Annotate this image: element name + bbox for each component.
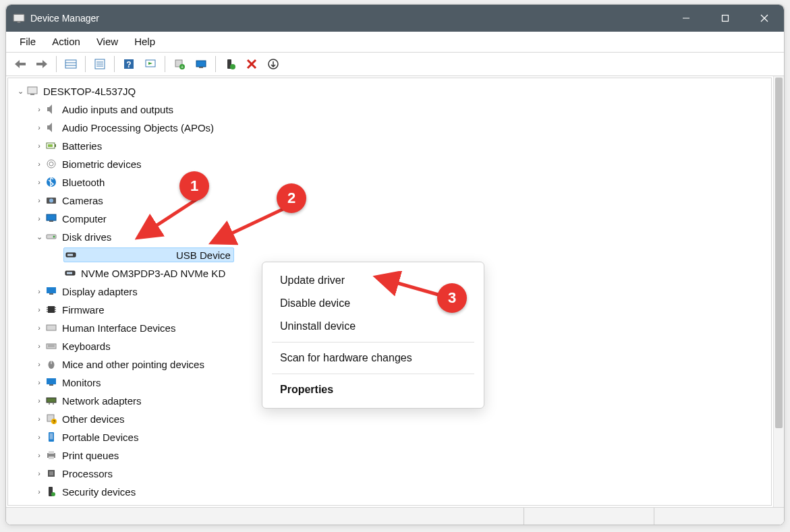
action-button[interactable] (140, 55, 161, 73)
expand-icon[interactable]: › (34, 433, 45, 441)
svg-rect-72 (49, 451, 54, 454)
context-scan-hardware[interactable]: Scan for hardware changes (262, 347, 484, 370)
svg-rect-29 (30, 94, 34, 95)
status-cell (524, 508, 654, 525)
tree-item-disk-drives[interactable]: ⌄ Disk drives (12, 228, 768, 246)
tree-item-label: Network adapters (62, 395, 142, 407)
svg-rect-63 (47, 398, 56, 403)
menu-help[interactable]: Help (126, 33, 163, 50)
help-button[interactable]: ? (119, 55, 139, 73)
svg-rect-6 (19, 63, 26, 65)
tree-item[interactable]: › Audio inputs and outputs (12, 100, 768, 119)
tree-item-label: USB Device (176, 249, 231, 261)
expand-icon[interactable]: › (34, 214, 45, 223)
warning-icon: ? (45, 412, 58, 425)
tree-item-label: Human Interface Devices (62, 322, 175, 334)
expand-icon[interactable]: › (34, 487, 45, 496)
maximize-button[interactable] (706, 5, 745, 32)
svg-rect-45 (67, 272, 72, 274)
collapse-icon[interactable]: ⌄ (34, 233, 45, 241)
tree-item[interactable]: › Computer (12, 210, 768, 228)
tree-item[interactable]: › ? Other devices (12, 410, 768, 428)
update-driver-button[interactable]: + (169, 55, 190, 73)
svg-rect-7 (36, 63, 43, 65)
fingerprint-icon (45, 157, 58, 171)
tree-item[interactable]: › Biometric devices (12, 155, 768, 173)
tree-item[interactable]: › Print queues (12, 446, 768, 465)
disable-device-button[interactable] (263, 55, 283, 73)
forward-button[interactable] (32, 55, 52, 73)
close-button[interactable] (745, 5, 784, 32)
svg-rect-28 (28, 87, 37, 94)
expand-icon[interactable]: › (34, 324, 45, 332)
context-separator (272, 374, 474, 374)
expand-icon[interactable]: › (34, 396, 45, 405)
title-controls (667, 5, 784, 32)
printer-icon (45, 448, 58, 462)
properties-button[interactable] (90, 55, 110, 73)
tree-item[interactable]: › Bluetooth (12, 173, 768, 191)
show-hidden-button[interactable] (61, 55, 81, 73)
expand-icon[interactable]: › (34, 451, 45, 459)
svg-rect-21 (196, 61, 206, 67)
tree-item-label: Cameras (62, 195, 103, 206)
statusbar (6, 508, 784, 525)
uninstall-device-button[interactable] (242, 55, 262, 73)
tree-item[interactable]: › Audio Processing Objects (APOs) (12, 119, 768, 137)
back-button[interactable] (10, 55, 30, 73)
expand-icon[interactable]: › (34, 160, 45, 168)
svg-point-37 (49, 199, 53, 203)
disk-icon (63, 266, 77, 280)
scan-hardware-button[interactable] (191, 55, 211, 73)
svg-rect-47 (49, 293, 53, 295)
scrollbar[interactable] (773, 76, 784, 507)
svg-rect-61 (47, 378, 56, 384)
svg-rect-55 (47, 325, 56, 330)
camera-icon (45, 194, 58, 207)
expand-icon[interactable]: › (34, 178, 45, 186)
tree-item-label: Audio inputs and outputs (62, 104, 173, 115)
expand-icon[interactable]: › (34, 469, 45, 477)
context-properties[interactable]: Properties (262, 378, 484, 401)
svg-rect-48 (48, 306, 55, 313)
svg-point-33 (47, 160, 55, 168)
svg-rect-31 (55, 144, 56, 147)
collapse-icon[interactable]: ⌄ (15, 87, 26, 96)
expand-icon[interactable]: › (34, 287, 45, 295)
enable-device-button[interactable] (220, 55, 240, 73)
svg-rect-70 (50, 434, 53, 440)
context-uninstall-device[interactable]: Uninstall device (262, 315, 484, 338)
scroll-thumb[interactable] (775, 78, 783, 428)
expand-icon[interactable]: › (34, 105, 45, 113)
svg-rect-43 (67, 254, 73, 256)
tree-root[interactable]: ⌄ DESKTOP-4L537JQ (12, 82, 768, 100)
expand-icon[interactable]: › (34, 342, 45, 350)
tree-item-label: Audio Processing Objects (APOs) (62, 122, 214, 134)
tree-item[interactable]: › Processors (12, 465, 768, 483)
tree-item-label: NVMe OM3PDP3-AD NVMe KD (81, 268, 225, 279)
svg-rect-62 (49, 384, 53, 386)
menu-file[interactable]: File (11, 33, 44, 50)
security-icon (45, 485, 58, 498)
svg-rect-32 (48, 144, 53, 147)
monitor-icon (45, 212, 58, 225)
expand-icon[interactable]: › (34, 123, 45, 131)
expand-icon[interactable]: › (34, 360, 45, 368)
menu-action[interactable]: Action (44, 33, 88, 50)
tree-item-label: Print queues (62, 450, 119, 461)
tree-item-label: Biometric devices (62, 158, 142, 170)
tree-item[interactable]: › Portable Devices (12, 428, 768, 446)
expand-icon[interactable]: › (34, 196, 45, 204)
expand-icon[interactable]: › (34, 415, 45, 423)
svg-point-41 (53, 236, 55, 238)
tree-item[interactable]: › Batteries (12, 137, 768, 155)
bluetooth-icon (45, 175, 58, 189)
menu-view[interactable]: View (88, 33, 126, 50)
tree-item[interactable]: › Cameras (12, 191, 768, 210)
expand-icon[interactable]: › (34, 378, 45, 386)
tree-item[interactable]: › Security devices (12, 483, 768, 501)
minimize-button[interactable] (667, 5, 706, 32)
expand-icon[interactable]: › (34, 142, 45, 150)
window-title: Device Manager (30, 13, 99, 24)
expand-icon[interactable]: › (34, 305, 45, 314)
